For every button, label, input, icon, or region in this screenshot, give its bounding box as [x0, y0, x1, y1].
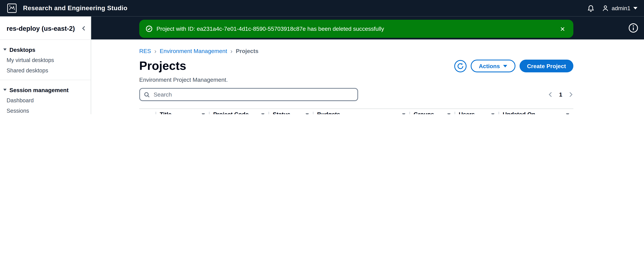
- side-navigation: res-deploy (us-east-2) Desktops My virtu…: [0, 17, 91, 114]
- sort-icon: [402, 113, 406, 114]
- info-icon: [628, 23, 639, 33]
- page-content: RES › Environment Management › Projects …: [91, 40, 573, 114]
- search-input[interactable]: [153, 91, 354, 98]
- success-check-icon: [146, 26, 152, 32]
- pagination-top: 1: [548, 91, 573, 98]
- success-flashbar: Project with ID: ea231a4c-7e01-4d1c-8590…: [139, 20, 573, 38]
- sort-icon: [306, 113, 309, 114]
- app-window: Research and Engineering Studio admin1 r…: [0, 0, 644, 114]
- page-title: Projects: [139, 59, 186, 73]
- nav-section-label: Session management: [10, 87, 68, 93]
- nav-section-label: Desktops: [10, 46, 35, 53]
- chevron-left-icon: [81, 26, 86, 31]
- projects-table: Title Project Code Status Budgets Groups…: [139, 108, 573, 114]
- chevron-right-icon: [568, 92, 573, 97]
- column-header-status[interactable]: Status: [269, 109, 313, 114]
- sort-icon: [491, 113, 494, 114]
- sort-icon: [202, 113, 205, 114]
- notifications-bell-button[interactable]: [585, 3, 596, 14]
- chevron-left-icon: [548, 92, 553, 97]
- chevron-down-icon: [633, 7, 638, 10]
- nav-header-title: res-deploy (us-east-2): [6, 25, 76, 33]
- chevron-down-icon: [503, 65, 507, 67]
- create-project-button[interactable]: Create Project: [520, 60, 573, 72]
- nav-section-header-session-management[interactable]: Session management: [0, 84, 91, 96]
- nav-section-header-desktops[interactable]: Desktops: [0, 44, 91, 55]
- user-menu[interactable]: admin1: [602, 5, 638, 12]
- sidebar-item-sessions[interactable]: Sessions: [0, 106, 91, 114]
- flash-close-button[interactable]: ✕: [558, 24, 567, 34]
- info-panel-button[interactable]: [628, 23, 639, 33]
- sidebar-item-shared-desktops[interactable]: Shared desktops: [0, 66, 91, 76]
- chevron-down-icon: [3, 49, 6, 51]
- bell-icon: [587, 5, 594, 12]
- app-title: Research and Engineering Studio: [23, 5, 127, 12]
- column-header-title[interactable]: Title: [156, 109, 209, 114]
- page-description: Environment Project Management.: [139, 77, 573, 83]
- refresh-icon: [457, 63, 464, 69]
- actions-button[interactable]: Actions: [470, 60, 516, 72]
- breadcrumb-environment-management[interactable]: Environment Management: [160, 48, 227, 54]
- chevron-right-icon: ›: [230, 48, 232, 54]
- search-icon: [144, 91, 150, 98]
- column-header-updated-on[interactable]: Updated On: [498, 109, 573, 114]
- column-header-budgets[interactable]: Budgets: [313, 109, 410, 114]
- chevron-right-icon: ›: [154, 48, 156, 54]
- main-content: Project with ID: ea231a4c-7e01-4d1c-8590…: [91, 17, 644, 114]
- breadcrumb: RES › Environment Management › Projects: [139, 48, 573, 54]
- top-header: Research and Engineering Studio admin1: [0, 0, 644, 17]
- nav-section-session-management: Session management Dashboard Sessions So…: [0, 84, 91, 114]
- sort-icon: [566, 113, 569, 114]
- refresh-button[interactable]: [454, 60, 466, 72]
- flash-message: Project with ID: ea231a4c-7e01-4d1c-8590…: [156, 26, 554, 32]
- actions-button-label: Actions: [479, 63, 500, 69]
- column-header-project-code[interactable]: Project Code: [209, 109, 269, 114]
- sidebar-item-dashboard[interactable]: Dashboard: [0, 96, 91, 106]
- divider: [0, 80, 91, 80]
- notification-band: Project with ID: ea231a4c-7e01-4d1c-8590…: [91, 17, 644, 40]
- search-box: [139, 88, 358, 101]
- page-number[interactable]: 1: [559, 91, 562, 98]
- chevron-down-icon: [3, 89, 6, 91]
- sidebar-item-my-virtual-desktops[interactable]: My virtual desktops: [0, 55, 91, 66]
- table-header-row: Title Project Code Status Budgets Groups…: [139, 109, 573, 114]
- next-page-button[interactable]: [568, 92, 573, 97]
- nav-section-desktops: Desktops My virtual desktops Shared desk…: [0, 44, 91, 76]
- user-icon: [602, 5, 609, 12]
- collapse-nav-button[interactable]: [81, 26, 86, 33]
- user-name: admin1: [612, 5, 630, 12]
- previous-page-button[interactable]: [548, 92, 553, 97]
- sort-icon: [261, 113, 264, 114]
- divider: [0, 40, 91, 40]
- breadcrumb-res[interactable]: RES: [139, 48, 151, 54]
- select-all-column: [139, 109, 156, 114]
- sort-icon: [447, 113, 450, 114]
- column-header-users[interactable]: Users: [455, 109, 498, 114]
- breadcrumb-current: Projects: [236, 48, 258, 54]
- res-logo-icon: [6, 3, 17, 14]
- column-header-groups[interactable]: Groups: [410, 109, 455, 114]
